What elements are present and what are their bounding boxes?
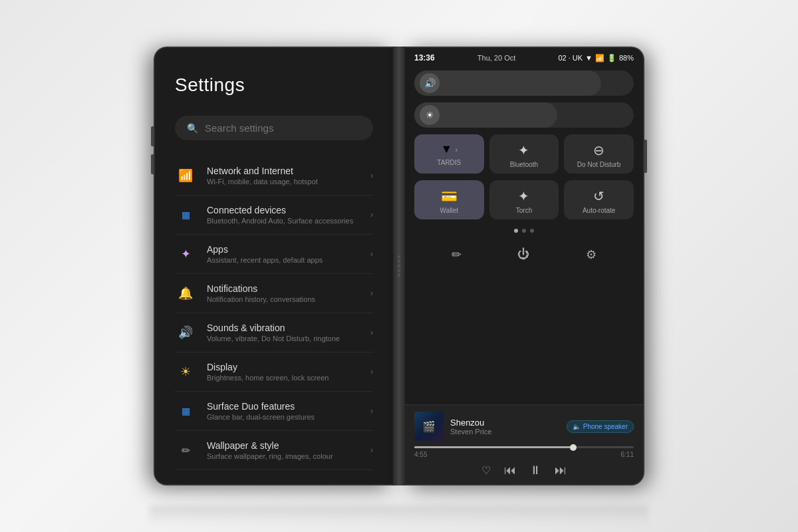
wifi-icon: ▼ [585,54,593,62]
autorotate-tile-icon: ↺ [593,188,604,204]
volume-slider-icon: 🔊 [420,73,440,93]
battery-level: 88% [619,54,634,62]
current-time: 4:55 [414,451,427,458]
phone-left: Settings 🔍 📶 Network and Internet Wi-Fi,… [154,47,393,485]
signal-icon: 📶 [595,54,604,63]
settings-item-network[interactable]: 📶 Network and Internet Wi-Fi, mobile, da… [175,156,373,196]
surface-text: Surface Duo features Glance bar, dual-sc… [207,401,360,421]
settings-item-notifications[interactable]: 🔔 Notifications Notification history, co… [175,274,373,313]
music-artist: Steven Price [450,428,560,436]
apps-title: Apps [207,244,360,255]
autorotate-tile-label: Auto-rotate [583,207,615,214]
connected-title: Connected devices [207,205,360,215]
dnd-tile-icon: ⊖ [593,142,604,158]
torch-tile-label: Torch [516,207,532,214]
status-time: 13:36 [414,53,435,63]
quick-settings: 🔊 ☀ ▼ › TARDIS [405,65,643,404]
display-subtitle: Brightness, home screen, lock screen [207,374,360,382]
display-title: Display [207,362,360,372]
carrier-label: 02 · UK [558,54,583,62]
dot-1 [514,229,518,233]
surface-icon: ▦ [175,400,196,422]
heart-button[interactable]: ♡ [481,464,491,477]
progress-thumb [570,444,577,451]
chevron-icon: › [370,446,373,455]
tile-autorotate[interactable]: ↺ Auto-rotate [564,180,634,219]
display-text: Display Brightness, home screen, lock sc… [207,362,360,382]
dnd-tile-label: Do Not Disturb [577,161,621,168]
speaker-icon: 🔈 [573,423,581,430]
settings-item-connected[interactable]: ▦ Connected devices Bluetooth, Android A… [175,196,373,235]
status-date: Thu, 20 Oct [477,54,515,62]
surface-title: Surface Duo features [207,401,360,412]
chevron-icon: › [370,249,373,259]
wallpaper-icon: ✏ [175,440,196,461]
sounds-text: Sounds & vibration Volume, vibrate, Do N… [207,323,360,342]
network-icon: 📶 [175,165,196,186]
settings-list: 📶 Network and Internet Wi-Fi, mobile, da… [175,156,373,470]
connected-text: Connected devices Bluetooth, Android Aut… [207,205,360,225]
music-controls: ♡ ⏮ ⏸ ⏭ [414,464,634,477]
volume-slider[interactable]: 🔊 [414,70,634,96]
progress-fill [414,446,577,448]
search-bar[interactable]: 🔍 [175,116,373,140]
wifi-tile-label: TARDIS [437,159,461,166]
tile-dnd[interactable]: ⊖ Do Not Disturb [564,134,634,174]
apps-icon: ✦ [175,243,196,265]
notifications-subtitle: Notification history, conversations [207,295,360,303]
bluetooth-tile-icon: ✦ [518,142,529,158]
notifications-title: Notifications [207,283,360,294]
settings-item-surface[interactable]: ▦ Surface Duo features Glance bar, dual-… [175,392,373,431]
sounds-title: Sounds & vibration [207,323,360,333]
tile-torch[interactable]: ✦ Torch [489,180,559,219]
scene: Settings 🔍 📶 Network and Internet Wi-Fi,… [100,27,698,505]
settings-button[interactable]: ⚙ [586,247,597,262]
tile-bluetooth[interactable]: ✦ Bluetooth [489,134,559,174]
output-label: Phone speaker [583,423,628,430]
page-title: Settings [175,74,373,96]
dot-2 [522,229,526,233]
chevron-icon: › [370,289,373,298]
power-button-qs[interactable]: ⏻ [517,247,529,262]
music-player: Shenzou Steven Price 🔈 Phone speaker [405,404,643,484]
chevron-icon: › [370,210,373,219]
music-top: Shenzou Steven Price 🔈 Phone speaker [414,412,634,441]
pause-button[interactable]: ⏸ [529,464,541,477]
chevron-icon: › [370,328,373,337]
quick-tiles-row2: 💳 Wallet ✦ Torch ↺ Auto-rotate [414,180,634,219]
network-text: Network and Internet Wi-Fi, mobile, data… [207,166,360,186]
battery-icon: 🔋 [607,54,616,63]
settings-item-display[interactable]: ☀ Display Brightness, home screen, lock … [175,352,373,392]
music-info: Shenzou Steven Price [450,418,560,436]
phone-right: 13:36 Thu, 20 Oct 02 · UK ▼ 📶 🔋 88% [405,47,644,485]
settings-item-apps[interactable]: ✦ Apps Assistant, recent apps, default a… [175,235,373,274]
wallet-tile-label: Wallet [440,207,458,214]
chevron-icon: › [370,406,373,416]
hinge [393,47,405,485]
surface-subtitle: Glance bar, dual-screen gestures [207,413,360,421]
tile-wallet[interactable]: 💳 Wallet [414,180,484,219]
settings-item-wallpaper[interactable]: ✏ Wallpaper & style Surface wallpaper, r… [175,431,373,470]
edit-button[interactable]: ✏ [452,247,462,262]
dot-3 [530,229,534,233]
next-button[interactable]: ⏭ [555,464,567,477]
brightness-slider-icon: ☀ [420,105,440,125]
quick-tiles-row1: ▼ › TARDIS ✦ Bluetooth ⊖ Do Not Disturb [414,134,634,174]
bluetooth-tile-label: Bluetooth [510,161,538,168]
music-output[interactable]: 🔈 Phone speaker [567,420,634,433]
wallpaper-subtitle: Surface wallpaper, ring, images, colour [207,452,360,460]
settings-item-sounds[interactable]: 🔊 Sounds & vibration Volume, vibrate, Do… [175,313,373,352]
previous-button[interactable]: ⏮ [504,464,516,477]
tile-wifi[interactable]: ▼ › TARDIS [414,134,484,174]
brightness-slider[interactable]: ☀ [414,102,634,128]
progress-bar[interactable] [414,446,634,448]
apps-subtitle: Assistant, recent apps, default apps [207,256,360,264]
network-title: Network and Internet [207,166,360,176]
sounds-icon: 🔊 [175,322,196,343]
bottom-actions: ✏ ⏻ ⚙ [414,242,634,267]
notifications-text: Notifications Notification history, conv… [207,283,360,303]
display-icon: ☀ [175,361,196,382]
dual-phone: Settings 🔍 📶 Network and Internet Wi-Fi,… [154,47,644,485]
search-input[interactable] [205,122,361,134]
time-row: 4:55 6:11 [414,451,634,458]
